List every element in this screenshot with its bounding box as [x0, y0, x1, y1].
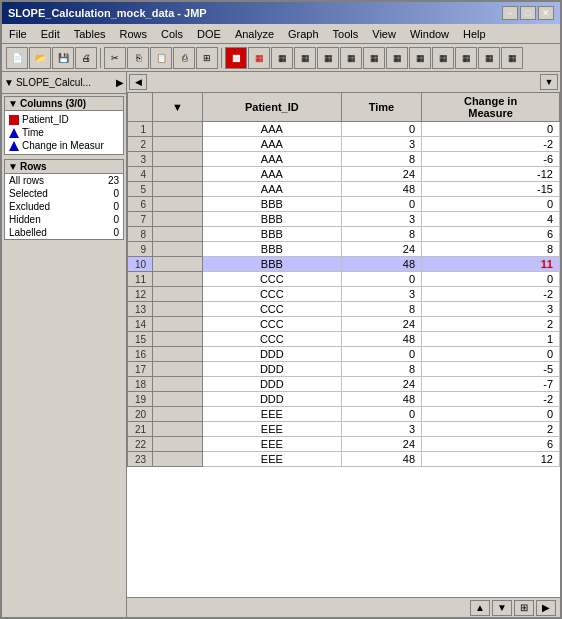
tool10[interactable]: ▦ [317, 47, 339, 69]
tool7[interactable]: ▦ [248, 47, 270, 69]
paste-button[interactable]: 📋 [150, 47, 172, 69]
menu-view[interactable]: View [369, 27, 399, 41]
menu-help[interactable]: Help [460, 27, 489, 41]
grid-view-button[interactable]: ⊞ [514, 600, 534, 616]
patient-id-header[interactable]: Patient_ID [202, 93, 341, 122]
menu-graph[interactable]: Graph [285, 27, 322, 41]
table-row[interactable]: 13CCC83 [128, 302, 560, 317]
columns-header-label: Columns (3/0) [20, 98, 86, 109]
menu-analyze[interactable]: Analyze [232, 27, 277, 41]
table-row[interactable]: 16DDD00 [128, 347, 560, 362]
tool5[interactable]: ⊞ [196, 47, 218, 69]
tool14[interactable]: ▦ [409, 47, 431, 69]
table-row[interactable]: 21EEE32 [128, 422, 560, 437]
tool12[interactable]: ▦ [363, 47, 385, 69]
menu-window[interactable]: Window [407, 27, 452, 41]
tool17[interactable]: ▦ [478, 47, 500, 69]
more-options-button[interactable]: ▶ [536, 600, 556, 616]
table-row[interactable]: 20EEE00 [128, 407, 560, 422]
tool15[interactable]: ▦ [432, 47, 454, 69]
data-table: ▼ Patient_ID Time Change inMeasure 1AAA0… [127, 92, 560, 467]
sidebar-collapse-icon[interactable]: ▶ [116, 77, 124, 88]
table-row[interactable]: 2AAA3-2 [128, 137, 560, 152]
row-indicator [153, 257, 203, 272]
sidebar-expand-icon[interactable]: ▼ [4, 77, 14, 88]
change-cell: 6 [422, 227, 560, 242]
tool11[interactable]: ▦ [340, 47, 362, 69]
close-button[interactable]: ✕ [538, 6, 554, 20]
data-filter-button[interactable]: ▦ [225, 47, 247, 69]
table-row[interactable]: 6BBB00 [128, 197, 560, 212]
time-header[interactable]: Time [341, 93, 421, 122]
column-change[interactable]: Change in Measur [7, 139, 121, 152]
col-filter-row[interactable]: ▼ [153, 93, 203, 122]
hidden-label: Hidden [9, 214, 41, 225]
time-cell: 3 [341, 422, 421, 437]
menu-file[interactable]: File [6, 27, 30, 41]
table-row[interactable]: 5AAA48-15 [128, 182, 560, 197]
table-row[interactable]: 8BBB86 [128, 227, 560, 242]
row-number: 14 [128, 317, 153, 332]
scroll-up-button[interactable]: ▲ [470, 600, 490, 616]
change-cell: -7 [422, 377, 560, 392]
menu-tools[interactable]: Tools [330, 27, 362, 41]
menu-edit[interactable]: Edit [38, 27, 63, 41]
table-row[interactable]: 18DDD24-7 [128, 377, 560, 392]
table-row[interactable]: 19DDD48-2 [128, 392, 560, 407]
status-bar: ▲ ▼ ⊞ ▶ [127, 597, 560, 617]
row-number: 13 [128, 302, 153, 317]
table-row[interactable]: 1AAA00 [128, 122, 560, 137]
table-row[interactable]: 22EEE246 [128, 437, 560, 452]
change-header[interactable]: Change inMeasure [422, 93, 560, 122]
save-button[interactable]: 💾 [52, 47, 74, 69]
table-row[interactable]: 23EEE4812 [128, 452, 560, 467]
new-table-button[interactable]: 📄 [6, 47, 28, 69]
tool18[interactable]: ▦ [501, 47, 523, 69]
menu-doe[interactable]: DOE [194, 27, 224, 41]
table-row[interactable]: 11CCC00 [128, 272, 560, 287]
maximize-button[interactable]: □ [520, 6, 536, 20]
row-filter-dropdown[interactable]: ▼ [172, 101, 183, 113]
row-indicator [153, 227, 203, 242]
table-row[interactable]: 3AAA8-6 [128, 152, 560, 167]
table-scroll-left[interactable]: ◀ [129, 74, 147, 90]
table-row[interactable]: 17DDD8-5 [128, 362, 560, 377]
tool13[interactable]: ▦ [386, 47, 408, 69]
patient-id-cell: BBB [202, 197, 341, 212]
menu-tables[interactable]: Tables [71, 27, 109, 41]
open-button[interactable]: 📂 [29, 47, 51, 69]
tool9[interactable]: ▦ [294, 47, 316, 69]
row-indicator [153, 287, 203, 302]
time-cell: 24 [341, 377, 421, 392]
change-cell: -15 [422, 182, 560, 197]
rows-section-header[interactable]: ▼ Rows [5, 160, 123, 174]
row-filter-button[interactable]: ▼ [540, 74, 558, 90]
tool4[interactable]: ⎙ [173, 47, 195, 69]
print-button[interactable]: 🖨 [75, 47, 97, 69]
cut-button[interactable]: ✂ [104, 47, 126, 69]
rows-stats: All rows 23 Selected 0 Excluded 0 Hidden… [5, 174, 123, 239]
row-number: 1 [128, 122, 153, 137]
scroll-down-button[interactable]: ▼ [492, 600, 512, 616]
tool8[interactable]: ▦ [271, 47, 293, 69]
minimize-button[interactable]: − [502, 6, 518, 20]
table-row[interactable]: 14CCC242 [128, 317, 560, 332]
table-row[interactable]: 9BBB248 [128, 242, 560, 257]
table-row[interactable]: 15CCC481 [128, 332, 560, 347]
change-cell: 8 [422, 242, 560, 257]
column-patient-id[interactable]: Patient_ID [7, 113, 121, 126]
table-row[interactable]: 4AAA24-12 [128, 167, 560, 182]
table-row[interactable]: 10BBB4811 [128, 257, 560, 272]
time-cell: 48 [341, 332, 421, 347]
table-row[interactable]: 12CCC3-2 [128, 287, 560, 302]
table-row[interactable]: 7BBB34 [128, 212, 560, 227]
row-indicator [153, 302, 203, 317]
columns-section-header[interactable]: ▼ Columns (3/0) [5, 97, 123, 111]
change-cell: 0 [422, 197, 560, 212]
data-table-wrapper[interactable]: ▼ Patient_ID Time Change inMeasure 1AAA0… [127, 92, 560, 597]
tool16[interactable]: ▦ [455, 47, 477, 69]
column-time[interactable]: Time [7, 126, 121, 139]
menu-cols[interactable]: Cols [158, 27, 186, 41]
copy-button[interactable]: ⎘ [127, 47, 149, 69]
menu-rows[interactable]: Rows [117, 27, 151, 41]
